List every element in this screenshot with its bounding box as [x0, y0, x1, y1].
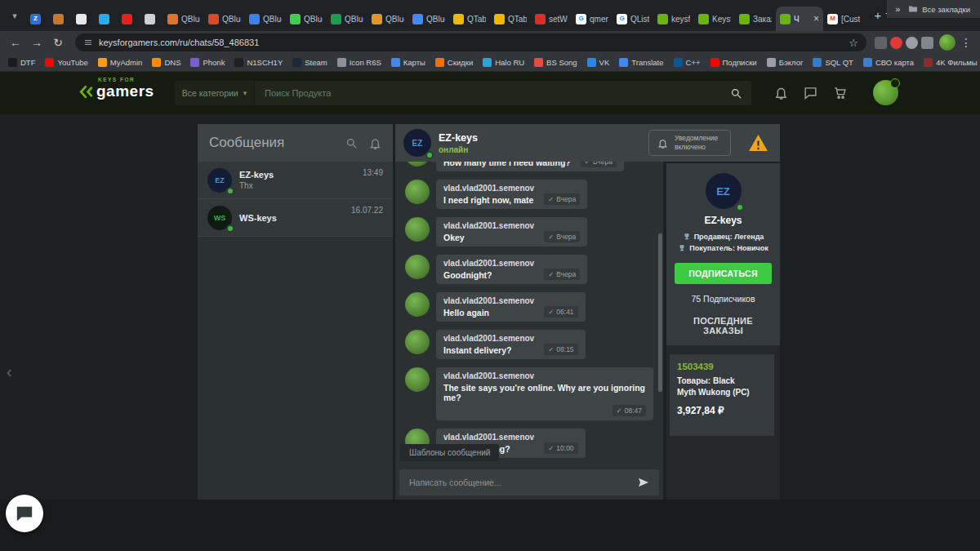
categories-dropdown[interactable]: Все категории ▾ — [175, 81, 254, 105]
browser-tab[interactable] — [95, 7, 118, 31]
chat-scrollbar[interactable] — [658, 233, 662, 392]
back-button[interactable]: ← — [7, 36, 24, 49]
browser-tab[interactable] — [49, 7, 72, 31]
reload-button[interactable]: ↻ — [49, 36, 67, 49]
order-card[interactable]: 1503439 Товары: Black Myth Wukong (PC) 3… — [670, 354, 774, 436]
browser-tab[interactable]: setWo — [531, 7, 572, 31]
browser-tab[interactable] — [118, 7, 140, 31]
message-templates-button[interactable]: Шаблоны сообщений — [400, 444, 499, 461]
tab-favicon — [331, 14, 341, 24]
collapse-sidebar-chevron-icon[interactable]: ‹ — [7, 362, 12, 381]
cart-icon[interactable] — [833, 86, 847, 100]
browser-tab[interactable]: Заказ — [735, 7, 776, 31]
search-chats-icon[interactable] — [345, 137, 358, 149]
extension-icon[interactable] — [875, 37, 887, 49]
browser-profile-avatar[interactable] — [939, 34, 956, 51]
bookmark-favicon — [190, 58, 199, 67]
tab-favicon-letter: Z — [33, 16, 38, 22]
browser-tab[interactable]: QTabl — [490, 7, 531, 31]
bookmark-star-icon[interactable]: ☆ — [849, 37, 858, 49]
messages-title: Сообщения — [209, 135, 334, 151]
browser-tab[interactable]: Ч × — [776, 7, 823, 31]
address-bar[interactable]: keysforgamers.com/ru/chats/58_486831 ☆ — [75, 33, 866, 51]
support-chat-fab[interactable] — [6, 495, 43, 532]
tab-search-button[interactable]: ▾ — [5, 6, 24, 25]
tab-close-icon[interactable]: × — [813, 13, 819, 24]
message-input[interactable] — [399, 478, 637, 487]
all-bookmarks-button[interactable]: Все закладки — [908, 4, 970, 14]
bookmark-item[interactable]: SQL QT — [813, 58, 853, 67]
bookmark-item[interactable]: MyAdmin — [98, 58, 143, 67]
browser-tab[interactable]: QBlue — [245, 7, 286, 31]
browser-tab[interactable] — [72, 7, 95, 31]
messages-chat-icon[interactable] — [804, 86, 817, 100]
browser-tab[interactable] — [140, 7, 163, 31]
puzzle-extensions-icon[interactable] — [921, 37, 933, 49]
chat-list-item[interactable]: WS WS-keys 16.07.22 — [198, 199, 393, 237]
bookmark-item[interactable]: N1SCH1Y — [234, 58, 283, 67]
adguard-extension-icon[interactable] — [890, 37, 902, 49]
browser-tab[interactable]: Z — [26, 7, 49, 31]
browser-tab[interactable]: QBlue — [286, 7, 327, 31]
chat-bubble-icon — [16, 504, 33, 522]
bookmark-favicon — [292, 58, 301, 67]
forward-button[interactable]: → — [28, 36, 46, 49]
product-search-input[interactable] — [255, 88, 730, 98]
bookmark-item[interactable]: VK — [587, 58, 610, 67]
browser-tab[interactable]: QBlue — [408, 7, 449, 31]
site-logo[interactable]: KEYS FOR gamers — [78, 77, 154, 100]
bookmarks-overflow-chevron[interactable]: » — [895, 4, 900, 14]
bookmark-item[interactable]: C++ — [674, 58, 701, 67]
bookmark-item[interactable]: Phonk — [190, 58, 225, 67]
browser-tab[interactable]: QTabV — [449, 7, 490, 31]
bookmark-item[interactable]: DTF — [8, 58, 35, 67]
search-icon[interactable] — [730, 87, 742, 100]
browser-tab[interactable]: keysfo — [653, 7, 694, 31]
message-bubble: vlad.vlad2001.semenov Hello again ✓06:41 — [436, 292, 586, 322]
notification-toggle-button[interactable]: Уведомление включено — [648, 130, 731, 156]
chat-avatar-initials: WS — [214, 214, 226, 222]
user-avatar[interactable] — [873, 80, 898, 105]
notification-label: Уведомление включено — [675, 134, 722, 152]
browser-tab[interactable]: QBlue — [327, 7, 368, 31]
bookmark-item[interactable]: BS Song — [534, 58, 577, 67]
browser-tab[interactable]: QBlue — [163, 7, 204, 31]
browser-tab[interactable]: QBlue — [368, 7, 408, 31]
bookmark-label: Halo RU — [495, 58, 524, 67]
chat-message: vlad.vlad2001.semenov The site says you'… — [405, 367, 653, 420]
bookmark-item[interactable]: Translate — [619, 58, 663, 67]
verified-badge-icon — [425, 151, 434, 159]
url-text[interactable]: keysforgamers.com/ru/chats/58_486831 — [99, 38, 843, 47]
bookmark-item[interactable]: Скидки — [435, 58, 473, 67]
bookmark-favicon — [674, 58, 683, 67]
browser-tab[interactable]: M [Custo — [823, 7, 864, 31]
browser-tab[interactable]: QBlue — [204, 7, 245, 31]
bookmark-item[interactable]: Halo RU — [483, 58, 524, 67]
browser-tab[interactable]: G qmen — [572, 7, 612, 31]
notifications-bell-icon[interactable] — [774, 86, 788, 100]
chat-list-item[interactable]: EZ EZ-keys Thx 13:49 — [198, 162, 393, 199]
tab-favicon — [76, 14, 87, 24]
browser-tab[interactable]: G QListV — [612, 7, 653, 31]
message-text: The site says you're online. Why are you… — [443, 383, 646, 402]
chat-notifications-bell-icon[interactable] — [369, 137, 381, 149]
site-info-icon[interactable] — [83, 38, 93, 47]
bookmark-item[interactable]: Бэклог — [767, 58, 804, 67]
chat-partner-avatar: EZ — [403, 129, 431, 157]
bookmark-item[interactable]: DNS — [152, 58, 180, 67]
bookmark-item[interactable]: 4K Фильмы — [924, 58, 978, 67]
send-icon[interactable] — [637, 476, 650, 489]
browser-menu-icon[interactable]: ⋮ — [959, 36, 973, 49]
bookmark-item[interactable]: СВО карта — [863, 58, 914, 67]
browser-tab[interactable]: Keysfo — [694, 7, 735, 31]
order-id[interactable]: 1503439 — [677, 362, 767, 371]
bookmark-item[interactable]: Steam — [292, 58, 327, 67]
subscribe-button[interactable]: ПОДПИСАТЬСЯ — [675, 263, 772, 284]
bookmark-item[interactable]: Icon R6S — [337, 58, 381, 67]
bookmark-item[interactable]: YouTube — [45, 58, 87, 67]
bookmark-item[interactable]: Карты — [391, 58, 425, 67]
bookmark-item[interactable]: Подписки — [710, 58, 757, 67]
warning-triangle-icon[interactable] — [748, 133, 768, 153]
chat-avatar: EZ — [207, 168, 232, 193]
extension-icon[interactable] — [906, 37, 918, 49]
